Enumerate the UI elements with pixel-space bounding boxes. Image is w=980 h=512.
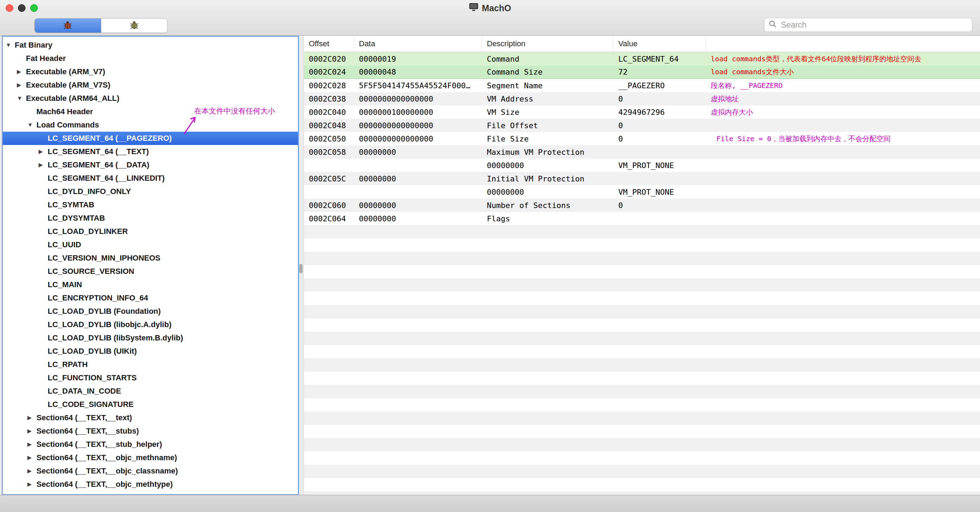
titlebar[interactable]: MachO — [0, 0, 980, 16]
tree-item-section64-objc-classname[interactable]: Section64 (__TEXT,__objc_classname) — [3, 464, 298, 478]
tree-item-lc-function-starts[interactable]: LC_FUNCTION_STARTS — [3, 371, 298, 385]
value-cell: VM_PROT_NONE — [613, 188, 706, 197]
disclosure-expanded-icon[interactable] — [17, 92, 26, 105]
column-header-description[interactable]: Description — [482, 36, 613, 52]
window-title-area: MachO — [0, 0, 980, 16]
description-cell: 00000000 — [482, 161, 613, 170]
description-cell: Command — [482, 55, 613, 63]
disclosure-collapsed-icon[interactable] — [27, 451, 37, 464]
tree-item-label: LC_LOAD_DYLINKER — [48, 227, 128, 236]
disclosure-collapsed-icon[interactable] — [17, 65, 26, 78]
tree-item-section64-text[interactable]: Section64 (__TEXT,__text) — [3, 411, 298, 425]
tree-item-lc-rpath[interactable]: LC_RPATH — [3, 358, 298, 371]
table-row[interactable]: 00000000 VM_PROT_NONE — [304, 159, 980, 172]
table-row[interactable]: 0002C024 00000048 Command Size 72 load c… — [304, 65, 980, 79]
tree-item-section64-stubs[interactable]: Section64 (__TEXT,__stubs) — [3, 425, 298, 438]
disclosure-expanded-icon[interactable] — [27, 118, 37, 132]
tree-item-section64-objc-methname[interactable]: Section64 (__TEXT,__objc_methname) — [3, 451, 298, 464]
table-row[interactable]: 0002C060 00000000 Number of Sections 0 — [304, 198, 980, 212]
disclosure-collapsed-icon[interactable] — [38, 145, 48, 158]
tree-item-executable-armv7[interactable]: Executable (ARM_V7) — [3, 65, 298, 78]
value-cell: 0 — [613, 121, 706, 130]
disclosure-collapsed-icon[interactable] — [27, 478, 37, 491]
search-input[interactable] — [780, 20, 968, 30]
column-header-data[interactable]: Data — [354, 36, 482, 52]
disclosure-collapsed-icon[interactable] — [27, 425, 37, 438]
tree-item-executable-arm64[interactable]: Executable (ARM64_ALL) — [3, 92, 298, 105]
disclosure-collapsed-icon[interactable] — [27, 438, 37, 451]
tree-item-label: Executable (ARM_V7) — [26, 67, 105, 76]
disclosure-collapsed-icon[interactable] — [27, 411, 37, 425]
annotation-cell: load commands文件大小 — [706, 67, 980, 77]
value-cell: 0 — [613, 135, 706, 143]
tree-item-lc-segment-data[interactable]: LC_SEGMENT_64 (__DATA) — [3, 158, 298, 171]
tree-item-lc-segment-pagezero[interactable]: LC_SEGMENT_64 (__PAGEZERO) — [3, 132, 298, 145]
tree-item-label: Executable (ARM64_ALL) — [26, 94, 119, 103]
tree-item-lc-encryption-info-64[interactable]: LC_ENCRYPTION_INFO_64 — [3, 292, 298, 305]
tree-item-lc-source-version[interactable]: LC_SOURCE_VERSION — [3, 265, 298, 278]
annotation-cell: 虚拟内存大小 — [706, 108, 980, 117]
search-field[interactable] — [764, 18, 972, 32]
tree-item-fat-binary[interactable]: Fat Binary — [3, 38, 298, 52]
tree-item-lc-segment-text[interactable]: LC_SEGMENT_64 (__TEXT) — [3, 145, 298, 158]
table-row[interactable]: 0002C020 00000019 Command LC_SEGMENT_64 … — [304, 52, 980, 65]
tree-item-lc-code-signature[interactable]: LC_CODE_SIGNATURE — [3, 398, 298, 411]
table-row[interactable]: 0002C050 0000000000000000 File Size 0 Fi… — [304, 132, 980, 145]
tree-item-lc-dysymtab[interactable]: LC_DYSYMTAB — [3, 211, 298, 225]
description-cell: Number of Sections — [482, 201, 613, 210]
tree-item-lc-data-in-code[interactable]: LC_DATA_IN_CODE — [3, 385, 298, 398]
segment-2-button[interactable] — [101, 19, 167, 33]
tree-item-section64-stub-helper[interactable]: Section64 (__TEXT,__stub_helper) — [3, 438, 298, 451]
disclosure-expanded-icon[interactable] — [6, 38, 15, 52]
description-cell: Flags — [482, 214, 613, 223]
offset-cell: 0002C060 — [304, 201, 354, 210]
table-row[interactable]: 0002C028 5F5F504147455A45524F000… Segmen… — [304, 79, 980, 92]
disclosure-collapsed-icon[interactable] — [17, 78, 26, 92]
table-row[interactable]: 0002C064 00000000 Flags — [304, 212, 980, 225]
disclosure-collapsed-icon[interactable] — [38, 158, 48, 171]
table-row[interactable]: 0002C058 00000000 Maximum VM Protection — [304, 145, 980, 159]
tree-item-label: Section64 (__TEXT,__objc_methname) — [37, 453, 177, 462]
tree-item-lc-uuid[interactable]: LC_UUID — [3, 238, 298, 252]
data-cell: 00000019 — [354, 55, 482, 63]
tree-item-label: LC_MAIN — [48, 280, 82, 289]
offset-cell: 0002C048 — [304, 121, 354, 130]
tree-item-label: Mach64 Header — [37, 107, 93, 116]
tree-item-label: Section64 (__TEXT,__stubs) — [37, 426, 139, 436]
tree-item-label: LC_VERSION_MIN_IPHONEOS — [48, 254, 161, 263]
tree-item-lc-load-dylib-libobjc[interactable]: LC_LOAD_DYLIB (libobjc.A.dylib) — [3, 318, 298, 331]
tree-item-fat-header[interactable]: Fat Header — [3, 52, 298, 65]
status-bar — [0, 495, 980, 512]
tree-item-section64-objc-methtype[interactable]: Section64 (__TEXT,__objc_methtype) — [3, 478, 298, 491]
tree-item-lc-load-dylinker[interactable]: LC_LOAD_DYLINKER — [3, 225, 298, 238]
column-header-offset[interactable]: Offset — [304, 36, 354, 52]
pane-splitter-handle[interactable] — [299, 264, 302, 273]
tree-item-lc-dyld-info-only[interactable]: LC_DYLD_INFO_ONLY — [3, 185, 298, 198]
column-header-value[interactable]: Value — [613, 36, 706, 52]
tree-item-load-commands[interactable]: Load Commands — [3, 118, 298, 132]
disclosure-collapsed-icon[interactable] — [27, 464, 37, 478]
tree-item-lc-load-dylib-uikit[interactable]: LC_LOAD_DYLIB (UIKit) — [3, 345, 298, 358]
tree-item-label: LC_DATA_IN_CODE — [48, 387, 121, 396]
tree-item-lc-symtab[interactable]: LC_SYMTAB — [3, 198, 298, 211]
tree-item-label: LC_LOAD_DYLIB (libobjc.A.dylib) — [48, 320, 172, 329]
table-row[interactable]: 0002C038 0000000000000000 VM Address 0 虚… — [304, 92, 980, 105]
table-row[interactable]: 0002C05C 00000000 Initial VM Protection — [304, 172, 980, 185]
data-cell: 00000048 — [354, 68, 482, 76]
offset-cell: 0002C050 — [304, 135, 354, 143]
table-row[interactable]: 0002C040 0000000100000000 VM Size 429496… — [304, 105, 980, 119]
tree-item-lc-version-min-iphoneos[interactable]: LC_VERSION_MIN_IPHONEOS — [3, 252, 298, 265]
tree-item-lc-load-dylib-libsystem[interactable]: LC_LOAD_DYLIB (libSystem.B.dylib) — [3, 331, 298, 345]
description-cell: Command Size — [482, 68, 613, 76]
tree-item-lc-load-dylib-foundation[interactable]: LC_LOAD_DYLIB (Foundation) — [3, 305, 298, 318]
tree-item-lc-main[interactable]: LC_MAIN — [3, 278, 298, 292]
tree-item-lc-segment-linkedit[interactable]: LC_SEGMENT_64 (__LINKEDIT) — [3, 171, 298, 185]
table-row[interactable]: 0002C048 0000000000000000 File Offset 0 — [304, 119, 980, 132]
table-row[interactable]: 00000000 VM_PROT_NONE — [304, 185, 980, 198]
description-cell: 00000000 — [482, 188, 613, 197]
tree-item-executable-armv7s[interactable]: Executable (ARM_V7S) — [3, 78, 298, 92]
segment-1-button[interactable] — [35, 19, 101, 33]
binary-structure-tree: Fat Binary Fat Header Executable (ARM_V7… — [2, 36, 299, 495]
tree-item-label: LC_DYSYMTAB — [48, 214, 105, 223]
arch-segmented-control — [34, 18, 167, 33]
